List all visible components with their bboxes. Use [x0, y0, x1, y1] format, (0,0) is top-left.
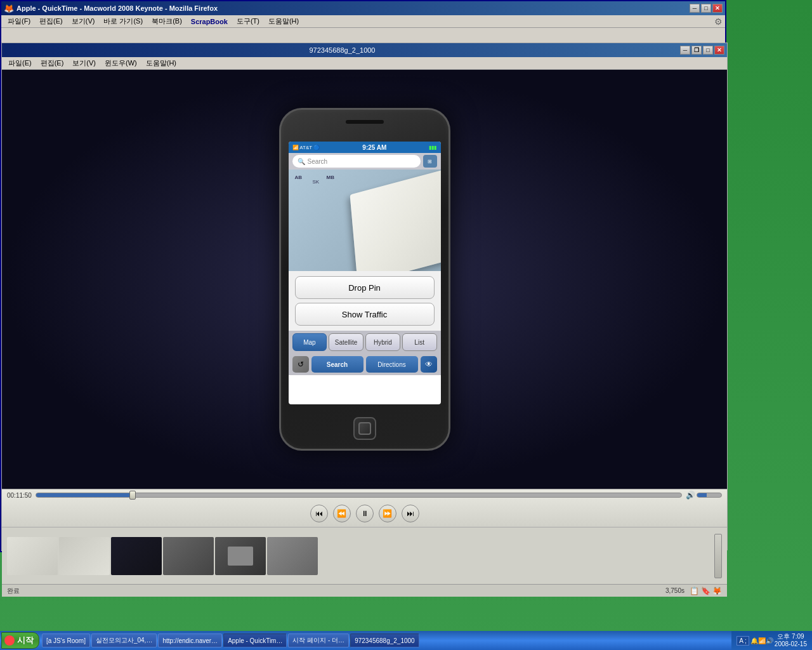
menu-help[interactable]: 도움말(H): [265, 16, 303, 27]
video-area: 📶 AT&T 🔵 9:25 AM ▮▮▮ 🔍 Search ⊞: [2, 70, 727, 489]
film-thumb-3[interactable]: [111, 537, 162, 575]
tray-clock[interactable]: 오후 7:09 2008-02-15: [775, 633, 807, 648]
browser-menubar: 파일(F) 편집(E) 보기(V) 바로 가기(S) 북마크(B) ScrapB…: [1, 15, 725, 28]
taskbar-item-5[interactable]: 시작 페이지 - 더…: [288, 633, 349, 647]
qt-status-icon-3: 🦊: [712, 587, 722, 595]
start-button[interactable]: 시작: [1, 632, 39, 649]
phone-search-icon-button[interactable]: ⊞: [423, 155, 437, 168]
qt-playback-buttons: ⏮ ⏪ ⏸ ⏩ ⏭: [2, 505, 727, 522]
qt-progress-row: 00:11:50 🔊: [2, 489, 727, 501]
qt-window-title: 972345688g_2_1000: [4, 46, 680, 54]
qt-pause-button[interactable]: ⏸: [356, 505, 374, 522]
taskbar-item-3[interactable]: http://endic.naver…: [158, 633, 222, 647]
phone-directions-button[interactable]: Directions: [366, 356, 418, 373]
phone-eye-button[interactable]: 👁: [421, 356, 437, 373]
qt-restore-button[interactable]: ❐: [691, 46, 702, 55]
browser-close-button[interactable]: ✕: [712, 4, 723, 13]
ime-indicator[interactable]: A ;: [737, 636, 749, 646]
qt-menu-view[interactable]: 보기(V): [69, 58, 100, 69]
phone-signal: 📶 AT&T 🔵: [292, 145, 320, 150]
iphone-display: 📶 AT&T 🔵 9:25 AM ▮▮▮ 🔍 Search ⊞: [279, 108, 450, 451]
menu-goto[interactable]: 바로 가기(S): [100, 16, 147, 27]
qt-minimize-button[interactable]: ─: [680, 46, 690, 55]
qt-rewind-button[interactable]: ⏪: [333, 505, 351, 522]
taskbar: 시작 [a JS's Room] 실전모의고사_04,… http://endi…: [0, 631, 812, 650]
phone-refresh-icon[interactable]: ↺: [292, 356, 309, 373]
taskbar-items: [a JS's Room] 실전모의고사_04,… http://endic.n…: [39, 633, 731, 647]
menu-scrapbook[interactable]: ScrapBook: [187, 17, 232, 26]
phone-battery: ▮▮▮: [429, 145, 436, 150]
qt-skip-fwd-button[interactable]: ⏭: [402, 505, 419, 522]
browser-maximize-button[interactable]: □: [701, 4, 711, 13]
phone-search-bar: 🔍 Search ⊞: [289, 153, 441, 169]
windows-logo-icon: [4, 635, 15, 646]
qt-menu-file[interactable]: 파일(E): [4, 58, 36, 69]
iphone-screen: 📶 AT&T 🔵 9:25 AM ▮▮▮ 🔍 Search ⊞: [289, 142, 441, 404]
phone-search-input[interactable]: 🔍 Search: [292, 155, 421, 168]
qt-status-icon-2: 🔖: [701, 587, 710, 595]
taskbar-item-6[interactable]: 972345688g_2_1000: [350, 633, 419, 647]
qt-current-time: 00:11:50: [7, 492, 32, 499]
qt-volume-control: 🔊: [686, 491, 722, 500]
tray-icons-area: 🔔📶🔊: [750, 637, 773, 644]
qt-window-controls: ─ ❐ □ ✕: [680, 46, 724, 55]
phone-tab-map[interactable]: Map: [292, 333, 327, 351]
tray-date-display: 2008-02-15: [775, 640, 807, 648]
phone-search-placeholder: Search: [308, 158, 328, 165]
phone-bottom-toolbar: ↺ Search Directions 👁: [289, 354, 441, 375]
phone-search-button[interactable]: Search: [311, 356, 363, 373]
filmstrip-scrollbar[interactable]: [714, 534, 722, 578]
taskbar-item-2[interactable]: 실전모의고사_04,…: [91, 633, 157, 647]
volume-icon[interactable]: 🔊: [686, 491, 695, 500]
film-thumb-6[interactable]: [267, 537, 318, 575]
taskbar-item-1[interactable]: [a JS's Room]: [42, 633, 90, 647]
browser-minimize-button[interactable]: ─: [690, 4, 700, 13]
qt-status-icon-1: 📋: [690, 587, 699, 595]
browser-window: 🦊 Apple - QuickTime - Macworld 2008 Keyn…: [0, 0, 726, 552]
phone-time: 9:25 AM: [362, 144, 386, 151]
qt-status-done: 완료: [7, 587, 20, 595]
phone-tab-bar: Map Satellite Hybrid List: [289, 331, 441, 354]
browser-title: Apple - QuickTime - Macworld 2008 Keynot…: [16, 4, 690, 12]
qt-progress-thumb[interactable]: [129, 491, 136, 500]
filmstrip-track: [7, 534, 712, 578]
phone-tab-hybrid[interactable]: Hybrid: [365, 333, 400, 351]
show-traffic-button[interactable]: Show Traffic: [295, 303, 435, 326]
tray-time-display: 오후 7:09: [775, 633, 807, 640]
qt-volume-bar[interactable]: [697, 493, 722, 498]
film-thumb-2[interactable]: [59, 537, 110, 575]
qt-menu-help[interactable]: 도움말(H): [142, 58, 180, 69]
qt-status-frames: 3,750s: [665, 587, 684, 594]
menu-bookmarks[interactable]: 북마크(B): [148, 16, 186, 27]
film-thumb-1[interactable]: [7, 537, 58, 575]
map-paper-curl: [350, 169, 440, 271]
iphone-home-button[interactable]: [353, 417, 376, 440]
menu-view[interactable]: 보기(V): [68, 16, 99, 27]
qt-menubar: 파일(E) 편집(E) 보기(V) 윈도우(W) 도움말(H): [2, 57, 727, 70]
qt-filmstrip: [2, 527, 727, 584]
qt-forward-button[interactable]: ⏩: [379, 505, 396, 522]
system-tray: A ; 🔔📶🔊 오후 7:09 2008-02-15: [731, 631, 812, 650]
qt-window: 972345688g_2_1000 ─ ❐ □ ✕ 파일(E) 편집(E) 보기…: [1, 43, 728, 550]
film-thumb-5[interactable]: [215, 537, 266, 575]
qt-skip-back-button[interactable]: ⏮: [310, 505, 328, 522]
qt-progress-bar[interactable]: [36, 493, 682, 498]
qt-status-bar: 완료 3,750s 📋 🔖 🦊: [2, 584, 727, 597]
iphone-device: 📶 AT&T 🔵 9:25 AM ▮▮▮ 🔍 Search ⊞: [279, 108, 450, 451]
gear-icon[interactable]: ⚙: [714, 17, 723, 27]
qt-titlebar: 972345688g_2_1000 ─ ❐ □ ✕: [2, 43, 727, 57]
qt-close-button[interactable]: ✕: [714, 46, 724, 55]
film-thumb-4[interactable]: [163, 537, 214, 575]
qt-menu-edit[interactable]: 편집(E): [37, 58, 68, 69]
qt-menu-window[interactable]: 윈도우(W): [101, 58, 141, 69]
menu-file[interactable]: 파일(F): [4, 16, 34, 27]
phone-map[interactable]: AB SK MB: [289, 169, 441, 271]
qt-maximize-button[interactable]: □: [703, 46, 713, 55]
drop-pin-button[interactable]: Drop Pin: [295, 276, 435, 299]
menu-edit[interactable]: 편집(E): [36, 16, 67, 27]
phone-tab-satellite[interactable]: Satellite: [329, 333, 363, 351]
iphone-speaker: [346, 120, 384, 124]
phone-tab-list[interactable]: List: [402, 333, 437, 351]
menu-tools[interactable]: 도구(T): [233, 16, 263, 27]
taskbar-item-4[interactable]: Apple - QuickTim…: [223, 633, 287, 647]
